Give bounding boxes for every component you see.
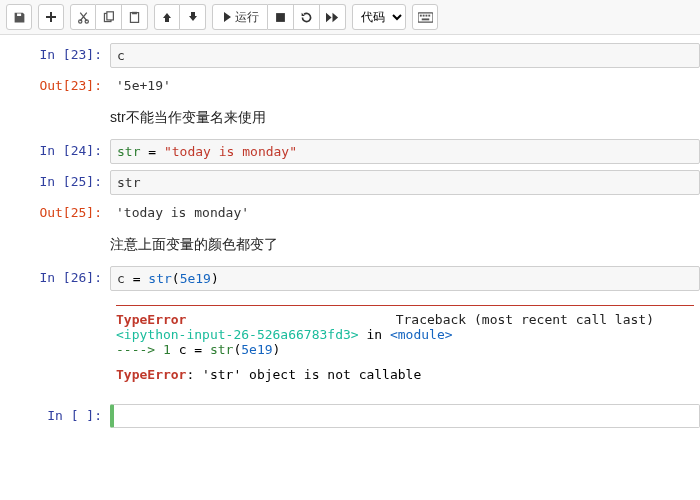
cut-button[interactable] (70, 4, 96, 30)
restart-run-all-button[interactable] (320, 4, 346, 30)
paste-button[interactable] (122, 4, 148, 30)
in-prompt: In [23]: (0, 43, 110, 66)
move-up-button[interactable] (154, 4, 180, 30)
cell-type-select[interactable]: 代码 (352, 4, 406, 30)
svg-point-1 (85, 19, 88, 22)
code-text: c (117, 48, 125, 63)
stop-icon (275, 12, 286, 23)
svg-rect-7 (418, 12, 433, 21)
svg-rect-5 (132, 11, 137, 13)
arrow-up-icon (161, 11, 173, 23)
in-prompt: In [26]: (0, 266, 110, 289)
svg-rect-10 (425, 14, 427, 16)
svg-rect-8 (419, 14, 421, 16)
markdown-cell[interactable]: str不能当作变量名来使用 (0, 101, 700, 135)
markdown-text: 注意上面变量的颜色都变了 (110, 230, 700, 260)
error-message: : 'str' object is not callable (186, 367, 421, 382)
code-text: str (117, 175, 140, 190)
markdown-text: str不能当作变量名来使用 (110, 103, 700, 133)
in-prompt: In [24]: (0, 139, 110, 162)
code-cell[interactable]: In [24]: str = "today is monday" (0, 137, 700, 166)
interrupt-button[interactable] (268, 4, 294, 30)
svg-point-0 (78, 19, 81, 22)
svg-rect-9 (422, 14, 424, 16)
code-input[interactable] (110, 404, 700, 428)
code-cell-active[interactable]: In [ ]: (0, 402, 700, 430)
tb-module: <module> (390, 327, 453, 342)
output-cell: Out[23]: '5e+19' (0, 72, 700, 99)
traceback-header: Traceback (most recent call last) (396, 312, 694, 327)
restart-button[interactable] (294, 4, 320, 30)
paste-icon (128, 11, 141, 24)
output-text: '5e+19' (116, 78, 171, 93)
cut-icon (77, 11, 90, 24)
in-prompt: In [ ]: (0, 404, 110, 427)
save-button[interactable] (6, 4, 32, 30)
svg-rect-11 (428, 14, 430, 16)
tb-file: <ipython-input-26-526a66783fd3> (116, 327, 359, 342)
code-lhs: str (117, 144, 140, 159)
copy-icon (102, 11, 115, 24)
arrow-down-icon (187, 11, 199, 23)
move-down-button[interactable] (180, 4, 206, 30)
save-icon (13, 11, 26, 24)
add-cell-button[interactable] (38, 4, 64, 30)
svg-rect-3 (107, 11, 114, 19)
error-output: TypeError Traceback (most recent call la… (0, 295, 700, 388)
error-final-name: TypeError (116, 367, 186, 382)
out-prompt: Out[25]: (0, 201, 110, 224)
run-icon (221, 12, 231, 22)
code-cell[interactable]: In [23]: c (0, 41, 700, 70)
notebook-area: In [23]: c Out[23]: '5e+19' str不能当作变量名来使… (0, 35, 700, 430)
in-prompt: In [25]: (0, 170, 110, 193)
run-button[interactable]: 运行 (212, 4, 268, 30)
output-cell: Out[25]: 'today is monday' (0, 199, 700, 226)
keyboard-icon (418, 12, 433, 23)
error-rule (116, 305, 694, 306)
out-prompt: Out[23]: (0, 74, 110, 97)
markdown-cell[interactable]: 注意上面变量的颜色都变了 (0, 228, 700, 262)
copy-button[interactable] (96, 4, 122, 30)
svg-rect-6 (276, 13, 285, 22)
toolbar: 运行 代码 (0, 0, 700, 35)
tb-arrow: ----> 1 (116, 342, 179, 357)
code-cell[interactable]: In [26]: c = str(5e19) (0, 264, 700, 293)
fast-forward-icon (326, 12, 339, 23)
restart-icon (300, 11, 313, 24)
svg-rect-12 (421, 18, 429, 20)
code-cell[interactable]: In [25]: str (0, 168, 700, 197)
run-label: 运行 (235, 9, 259, 26)
code-string: "today is monday" (164, 144, 297, 159)
error-name: TypeError (116, 312, 186, 327)
output-text: 'today is monday' (116, 205, 249, 220)
plus-icon (45, 11, 57, 23)
command-palette-button[interactable] (412, 4, 438, 30)
